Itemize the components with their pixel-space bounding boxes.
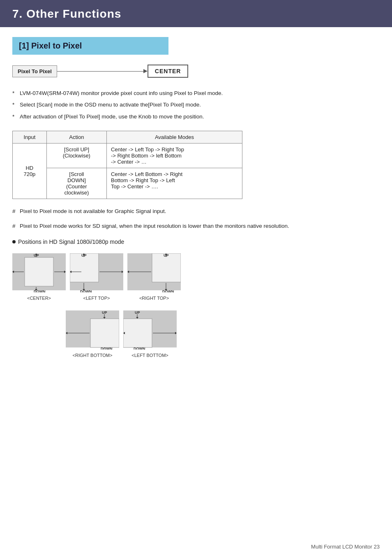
svg-text:DOWN: DOWN — [101, 347, 113, 350]
left-bottom-svg: UP DOWN — [123, 310, 177, 350]
table-cell-input: HD720p — [13, 143, 47, 199]
hash-note-1: Pixel to Pixel mode is not available for… — [12, 207, 380, 215]
pixel-diagram: Pixel To Pixel CENTER — [12, 65, 380, 78]
table-cell-modes-2: Center -> Left Bottom -> RightBottom -> … — [106, 168, 242, 199]
svg-rect-46 — [123, 319, 152, 347]
content-area: [1] Pixel to Pixel Pixel To Pixel CENTER… — [0, 37, 392, 384]
arrow-line — [57, 69, 148, 73]
hd-diagrams: UP DOWN <CENTER> — [12, 253, 380, 358]
right-bottom-svg: UP DOWN — [66, 310, 119, 350]
diagram-right-top-label: <RIGHT TOP> — [139, 296, 169, 301]
right-top-svg: UP DOWN — [127, 253, 181, 292]
col-header-input: Input — [13, 131, 47, 143]
positions-section: Positions in HD Signal 1080i/1080p mode — [12, 238, 380, 245]
diagram-left-bottom: UP DOWN <LEFT BOTTOM> — [123, 310, 177, 358]
svg-rect-26 — [152, 253, 181, 282]
hash-note-2: Pixel to Pixel mode works for SD signal,… — [12, 222, 380, 230]
table-row: [ScrollDOWN](Counterclockwise) Center ->… — [13, 168, 242, 199]
diagram-right-bottom-label: <RIGHT BOTTOM> — [73, 353, 113, 358]
svg-text:UP: UP — [135, 310, 140, 315]
bullet-item-3: After activation of [Pixel To Pixel] mod… — [12, 113, 380, 121]
bullet-item-1: LVM-074W(SRM-074W) monitor provide pixel… — [12, 89, 380, 97]
positions-title-text: Positions in HD Signal 1080i/1080p mode — [18, 238, 124, 245]
svg-rect-36 — [90, 319, 119, 347]
diagram-row-1: UP DOWN <CENTER> — [12, 253, 380, 301]
center-svg: UP DOWN — [12, 253, 66, 292]
diagram-row-2: UP DOWN <RIGHT BOTTOM> — [66, 310, 380, 358]
diagram-center: UP DOWN <CENTER> — [12, 253, 66, 301]
svg-rect-13 — [70, 253, 99, 282]
page-title: 7. Other Functions — [12, 7, 380, 21]
col-header-action: Action — [46, 131, 106, 143]
table-cell-action-2: [ScrollDOWN](Counterclockwise) — [46, 168, 106, 199]
svg-text:DOWN: DOWN — [134, 347, 145, 350]
modes-table: Input Action Available Modes HD720p [Scr… — [12, 131, 242, 199]
diagram-left-top-label: <LEFT TOP> — [83, 296, 110, 301]
table-row: HD720p [Scroll UP](Clockwise) Center -> … — [13, 143, 242, 168]
diagram-right-top: UP DOWN <RIGHT TOP> — [127, 253, 181, 301]
table-cell-modes-1: Center -> Left Top -> Right Top-> Right … — [106, 143, 242, 168]
section1-header: [1] Pixel to Pixel — [12, 37, 168, 55]
page-header: 7. Other Functions — [0, 0, 392, 27]
svg-text:DOWN: DOWN — [34, 289, 46, 292]
center-box: CENTER — [148, 65, 189, 78]
page-footer: Multi Format LCD Monitor 23 — [311, 544, 380, 550]
bullet-dot-icon — [12, 240, 16, 243]
diagram-left-bottom-label: <LEFT BOTTOM> — [131, 353, 168, 358]
bullet-item-2: Select [Scan] mode in the OSD menu to ac… — [12, 101, 380, 109]
col-header-modes: Available Modes — [106, 131, 242, 143]
table-cell-action-1: [Scroll UP](Clockwise) — [46, 143, 106, 168]
svg-rect-1 — [25, 257, 53, 286]
left-top-svg: UP DOWN — [70, 253, 123, 292]
diagram-center-label: <CENTER> — [27, 296, 51, 301]
svg-text:DOWN: DOWN — [80, 289, 92, 292]
svg-text:UP: UP — [102, 310, 107, 315]
diagram-right-bottom: UP DOWN <RIGHT BOTTOM> — [66, 310, 119, 358]
svg-text:DOWN: DOWN — [162, 289, 174, 292]
arrow-head — [143, 69, 148, 73]
footer-text: Multi Format LCD Monitor 23 — [311, 544, 380, 550]
bullet-list: LVM-074W(SRM-074W) monitor provide pixel… — [12, 89, 380, 121]
section1-title: [1] Pixel to Pixel — [19, 41, 162, 51]
pixel-label: Pixel To Pixel — [12, 65, 57, 77]
arrow-body — [57, 71, 143, 72]
diagram-left-top: UP DOWN <LEFT TOP> — [70, 253, 123, 301]
